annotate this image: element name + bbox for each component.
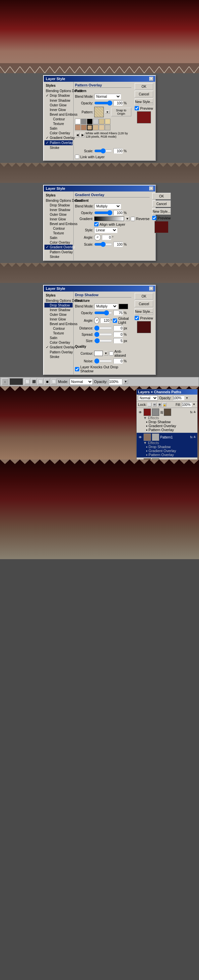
- effect-pattern-overlay-2[interactable]: ●Pattern Overlay: [143, 453, 196, 457]
- prev-arrow-btn[interactable]: ◀: [75, 133, 80, 137]
- opacity-value-3[interactable]: [114, 310, 123, 315]
- mode-select[interactable]: Normal: [69, 378, 93, 385]
- eye-icon-1[interactable]: 👁: [138, 410, 143, 415]
- style-gradientoverlay-3[interactable]: ✓Gradient Overlay: [44, 345, 73, 350]
- style-innershadow-3[interactable]: Inner Shadow: [44, 307, 73, 312]
- opacity-value-2[interactable]: [114, 210, 123, 215]
- preview-cb-1[interactable]: [135, 106, 139, 110]
- cancel-btn-3[interactable]: Cancel: [135, 301, 153, 307]
- style-innerglow-1[interactable]: Inner Glow: [44, 107, 73, 112]
- style-patternoverlay-1[interactable]: ✓Pattern Overlay: [44, 140, 73, 145]
- spread-value[interactable]: [114, 332, 123, 337]
- noise-slider[interactable]: [94, 360, 112, 363]
- size-value[interactable]: [114, 338, 123, 344]
- eye-icon-2[interactable]: 👁: [138, 435, 143, 439]
- gradient-preview-2[interactable]: [94, 216, 124, 221]
- new-style-btn-3[interactable]: New Style...: [135, 308, 153, 315]
- style-contour-2[interactable]: Contour: [44, 226, 73, 231]
- effect-gradient-overlay-1[interactable]: ●Gradient Overlay: [143, 424, 196, 428]
- style-texture-3[interactable]: Texture: [44, 331, 73, 336]
- effect-pattern-overlay-1[interactable]: ●Pattern Overlay: [143, 428, 196, 432]
- blend-mode-select-3[interactable]: Multiply: [95, 304, 118, 309]
- style-blending-1[interactable]: Blending Options Default: [44, 89, 73, 93]
- style-blending-3[interactable]: Blending Options Default: [44, 299, 73, 303]
- shadow-color-swatch[interactable]: [119, 304, 128, 309]
- close-icon-1[interactable]: ✕: [149, 77, 153, 81]
- link-layer-cb-1[interactable]: [75, 154, 79, 159]
- opacity-value-1[interactable]: [114, 100, 123, 106]
- blend-mode-select-2[interactable]: Multiply: [95, 204, 121, 209]
- gradient-arrow[interactable]: ▼: [125, 216, 130, 221]
- global-light-cb[interactable]: [113, 318, 117, 323]
- scale-slider-2[interactable]: [94, 243, 112, 246]
- style-innerglow-3[interactable]: Inner Glow: [44, 317, 73, 321]
- style-texture-1[interactable]: Texture: [44, 121, 73, 126]
- close-icon-3[interactable]: ✕: [149, 286, 153, 291]
- reverse-cb[interactable]: [131, 217, 135, 221]
- angle-value-3[interactable]: [100, 318, 109, 323]
- style-coloroverlay-3[interactable]: Color Overlay: [44, 340, 73, 345]
- opacity-arr[interactable]: ▼: [186, 396, 189, 399]
- distance-slider[interactable]: [94, 326, 112, 330]
- lock-position-icon[interactable]: ✥: [158, 402, 161, 407]
- style-contour-1[interactable]: Contour: [44, 117, 73, 121]
- layers-blend-mode[interactable]: Normal: [138, 395, 158, 401]
- noise-value[interactable]: [114, 358, 123, 364]
- close-icon-2[interactable]: ✕: [149, 186, 153, 191]
- preview-cb-3[interactable]: [135, 316, 139, 320]
- style-stroke-2[interactable]: Stroke: [44, 254, 73, 259]
- style-outerglow-2[interactable]: Outer Glow: [44, 212, 73, 217]
- scale-value-2[interactable]: [114, 242, 123, 247]
- pattern-thumb[interactable]: [94, 107, 104, 117]
- ok-btn-2[interactable]: OK: [152, 193, 171, 199]
- lock-all-icon[interactable]: 🔒: [163, 402, 166, 407]
- snap-origin-btn[interactable]: Snap to Origin: [111, 108, 131, 116]
- contour-arrow[interactable]: ▼: [104, 351, 108, 356]
- style-outerglow-1[interactable]: Outer Glow: [44, 103, 73, 107]
- fill-arrow[interactable]: ▼: [193, 403, 196, 406]
- blend-mode-select-1[interactable]: Normal: [95, 94, 121, 99]
- anti-alias-cb[interactable]: [109, 352, 114, 356]
- style-innerglow-2[interactable]: Inner Glow: [44, 217, 73, 221]
- style-select-2[interactable]: Linear: [94, 228, 117, 233]
- style-dropshadow-3[interactable]: Drop Shadow: [44, 303, 73, 307]
- next-arrow-btn[interactable]: ▶: [80, 133, 85, 137]
- effect-drop-shadow-2[interactable]: ●Drop Shadow: [143, 445, 196, 449]
- cancel-btn-1[interactable]: Cancel: [135, 91, 153, 97]
- style-patternoverlay-3[interactable]: Pattern Overlay: [44, 350, 73, 354]
- style-satin-2[interactable]: Satin: [44, 235, 73, 240]
- new-style-btn-1[interactable]: New Style...: [135, 99, 153, 105]
- new-style-btn-2[interactable]: New Style...: [152, 208, 171, 215]
- angle-dial-3[interactable]: ↺: [94, 317, 99, 324]
- style-stroke-3[interactable]: Stroke: [44, 354, 73, 359]
- style-texture-2[interactable]: Texture: [44, 231, 73, 235]
- opacity-slider-1[interactable]: [94, 102, 112, 105]
- style-gradientoverlay-1[interactable]: ✓Gradient Overlay: [44, 135, 73, 140]
- style-innershadow-1[interactable]: Inner Shadow: [44, 98, 73, 103]
- style-dropshadow-1[interactable]: ✓Drop Shadow: [44, 93, 73, 98]
- style-patternoverlay-2[interactable]: Pattern Overlay: [44, 250, 73, 254]
- fill-value[interactable]: [182, 402, 192, 407]
- ok-btn-1[interactable]: OK: [135, 83, 153, 90]
- layer-row-1[interactable]: 👁 ⛓ fx ≗ ▼ Effects ●Drop Shadow ●Gradien…: [137, 408, 197, 433]
- tool-icon-1[interactable]: ↕: [2, 378, 8, 385]
- blend-icon-3[interactable]: ⬜: [38, 379, 43, 385]
- lock-image-icon[interactable]: ✏: [153, 402, 156, 407]
- ok-btn-3[interactable]: OK: [135, 293, 153, 299]
- layers-opacity[interactable]: [173, 396, 185, 400]
- pattern-arrow-btn[interactable]: ▼: [105, 110, 110, 114]
- opacity-input[interactable]: [109, 379, 122, 385]
- contour-preview[interactable]: [94, 351, 103, 356]
- scale-slider-1[interactable]: [94, 149, 112, 153]
- opacity-slider-3[interactable]: [94, 311, 112, 315]
- scale-value-1[interactable]: [114, 148, 123, 154]
- opacity-arrow[interactable]: ▼: [123, 379, 128, 384]
- style-innershadow-2[interactable]: Inner Shadow: [44, 207, 73, 212]
- effect-gradient-overlay-2[interactable]: ●Gradient Overlay: [143, 449, 196, 453]
- lock-transparent-icon[interactable]: ⬜: [148, 402, 152, 407]
- blend-icon-4[interactable]: ◼: [44, 379, 50, 385]
- size-slider[interactable]: [94, 339, 112, 342]
- style-bevel-2[interactable]: Bevel and Emboss: [44, 221, 73, 226]
- blend-icon-1[interactable]: ⬜: [24, 379, 30, 385]
- opacity-slider-2[interactable]: [94, 211, 112, 215]
